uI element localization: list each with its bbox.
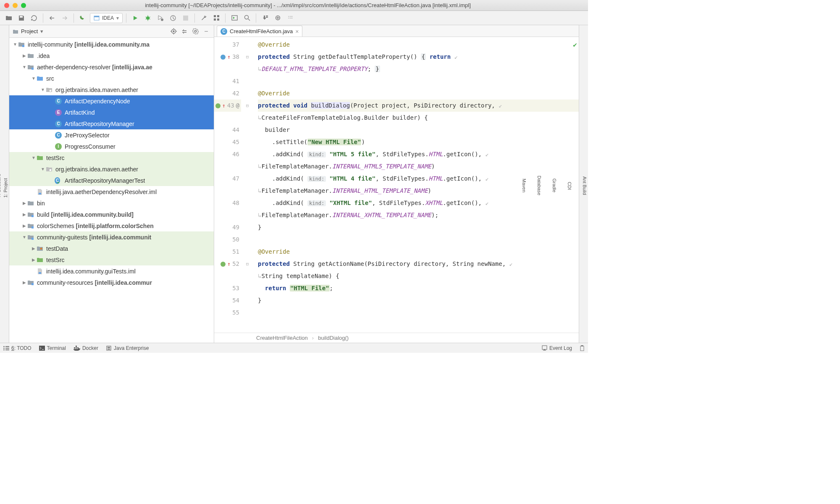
tree-node[interactable]: ▼intellij-community [intellij.idea.commu…	[9, 39, 214, 50]
class-icon: C	[220, 28, 227, 35]
inspection-ok-icon: ✔	[573, 39, 577, 51]
sb-docker[interactable]: Docker	[74, 345, 98, 351]
tree-node[interactable]: ▼org.jetbrains.idea.maven.aether	[9, 84, 214, 95]
svg-rect-42	[107, 346, 111, 350]
settings-wrench-icon[interactable]	[198, 13, 209, 24]
svg-rect-9	[217, 18, 219, 21]
breadcrumb-item[interactable]: CreateHtmlFileAction	[256, 335, 308, 341]
line-gutter[interactable]: 37↑384142↑43 @4445464748495051↑52535455	[214, 37, 244, 333]
svg-rect-8	[217, 15, 219, 17]
svg-rect-16	[288, 18, 289, 18]
tree-node[interactable]: ▼community-guitests [intellij.idea.commu…	[9, 231, 214, 243]
expand-all-icon[interactable]	[180, 27, 189, 36]
tree-node[interactable]: CArtifactRepositoryManager	[9, 118, 214, 129]
svg-rect-1	[94, 16, 99, 17]
svg-rect-7	[214, 18, 216, 21]
svg-rect-17	[290, 16, 293, 17]
vcs-commit-icon[interactable]	[272, 13, 283, 24]
debug-icon[interactable]	[142, 13, 153, 24]
build-icon[interactable]	[77, 13, 88, 24]
svg-point-24	[49, 169, 52, 171]
run-anything-icon[interactable]	[229, 13, 240, 24]
svg-rect-15	[288, 16, 289, 17]
svg-rect-46	[580, 346, 584, 351]
hide-panel-icon[interactable]: −	[202, 27, 210, 36]
project-structure-icon[interactable]	[211, 13, 222, 24]
svg-rect-45	[542, 346, 547, 349]
svg-rect-29	[39, 272, 41, 274]
svg-rect-25	[39, 193, 41, 194]
breadcrumb-item[interactable]: buildDialog()	[318, 335, 349, 341]
tree-node[interactable]: ▶testSrc	[9, 254, 214, 265]
tree-node[interactable]: ▶community-resources [intellij.idea.comm…	[9, 277, 214, 288]
locate-icon[interactable]	[169, 27, 178, 36]
close-tab-icon[interactable]: ×	[295, 28, 299, 35]
coverage-icon[interactable]	[155, 13, 166, 24]
svg-rect-26	[32, 215, 34, 217]
project-tool-window: Project ▾ − ▼intellij-community [intelli…	[9, 25, 214, 343]
sb-todo[interactable]: 6: TODO	[3, 345, 32, 351]
tree-node[interactable]: intellij.idea.community.guiTests.iml	[9, 265, 214, 277]
tree-node[interactable]: ▶build [intellij.idea.community.build]	[9, 209, 214, 220]
svg-rect-22	[32, 68, 34, 70]
tree-node[interactable]: CJreProxySelector	[9, 129, 214, 141]
back-icon[interactable]	[47, 13, 58, 24]
tw-ant[interactable]: Ant Build	[581, 174, 588, 197]
vcs-history-icon[interactable]	[285, 13, 296, 24]
svg-point-23	[49, 89, 52, 92]
svg-rect-43	[108, 347, 110, 348]
tw-structure[interactable]: 7: Structure	[0, 171, 2, 200]
project-tree[interactable]: ▼intellij-community [intellij.idea.commu…	[9, 38, 214, 343]
window-titlebar: intellij-community [~/IDEAProjects/intel…	[0, 0, 588, 11]
svg-rect-27	[32, 226, 34, 228]
tree-node[interactable]: ▶testData	[9, 243, 214, 254]
vcs-update-icon[interactable]	[260, 13, 270, 24]
memory-indicator-icon[interactable]	[580, 345, 585, 351]
tree-node[interactable]: ▶.idea	[9, 50, 214, 61]
right-tool-stripe: Ant BuildCDIGradleDatabaseMaven	[579, 25, 588, 343]
code-editor[interactable]: ✔ 37↑384142↑43 @4445464748495051↑5253545…	[214, 37, 579, 333]
window-title: intellij-community [~/IDEAProjects/intel…	[32, 2, 584, 8]
tree-node[interactable]: intellij.java.aetherDependencyResolver.i…	[9, 186, 214, 197]
run-config-label: IDEA	[102, 15, 114, 21]
gear-icon[interactable]	[191, 27, 200, 36]
tree-node[interactable]: ▼testSrc	[9, 152, 214, 163]
svg-point-3	[161, 18, 163, 21]
forward-icon[interactable]	[59, 13, 70, 24]
tree-node[interactable]: IProgressConsumer	[9, 141, 214, 152]
svg-point-20	[173, 31, 174, 32]
tree-node[interactable]: C▸ArtifactRepositoryManagerTest	[9, 175, 214, 186]
stop-icon[interactable]	[180, 13, 191, 24]
tree-node[interactable]: ▼aether-dependency-resolver [intellij.ja…	[9, 61, 214, 73]
save-icon[interactable]	[16, 13, 27, 24]
close-window-button[interactable]	[4, 3, 9, 8]
svg-rect-32	[3, 348, 5, 349]
editor-tab[interactable]: C CreateHtmlFileAction.java ×	[217, 26, 302, 37]
tree-node[interactable]: ▶colorSchemes [intellij.platform.colorSc…	[9, 220, 214, 231]
svg-rect-40	[76, 346, 77, 347]
tree-node[interactable]: CArtifactDependencyNode	[9, 95, 214, 107]
svg-rect-28	[32, 238, 34, 240]
tw-project[interactable]: 1: Project	[2, 171, 9, 200]
tree-node[interactable]: ▼org.jetbrains.idea.maven.aether	[9, 163, 214, 175]
run-icon[interactable]	[130, 13, 141, 24]
svg-rect-13	[266, 17, 268, 18]
fold-gutter[interactable]: ⊟⊟⊟	[244, 37, 251, 333]
event-log-button[interactable]: Event Log	[542, 345, 572, 351]
open-file-icon[interactable]	[3, 13, 14, 24]
tree-node[interactable]: ▶bin	[9, 197, 214, 209]
zoom-window-button[interactable]	[21, 3, 26, 8]
chevron-down-icon[interactable]: ▾	[40, 28, 43, 34]
svg-rect-39	[76, 347, 77, 349]
minimize-window-button[interactable]	[13, 3, 18, 8]
breadcrumbs[interactable]: CreateHtmlFileAction › buildDialog()	[214, 333, 579, 343]
svg-rect-31	[3, 346, 5, 347]
run-config-selector[interactable]: IDEA ▾	[90, 13, 123, 23]
profile-icon[interactable]	[168, 13, 178, 24]
search-icon[interactable]	[242, 13, 252, 24]
tree-node[interactable]: EArtifactKind	[9, 107, 214, 118]
tree-node[interactable]: ▼src	[9, 73, 214, 84]
sb-terminal[interactable]: Terminal	[39, 345, 66, 351]
sb-jee[interactable]: Java Enterprise	[106, 345, 149, 351]
refresh-icon[interactable]	[29, 13, 39, 24]
